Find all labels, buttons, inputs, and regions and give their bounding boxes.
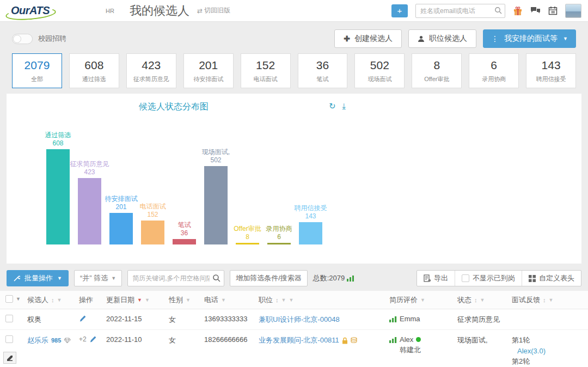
evaluator-name-2: 韩建北 bbox=[389, 345, 421, 355]
feedback-widget-button[interactable] bbox=[3, 352, 16, 364]
filter-icon[interactable]: ▼ bbox=[221, 297, 226, 303]
status-card-1[interactable]: 608通过筛选 bbox=[69, 53, 119, 88]
sort-icon[interactable]: ↕ bbox=[275, 297, 279, 303]
status-card-label: Offer审批 bbox=[424, 75, 449, 83]
candidate-name[interactable]: 权奥 bbox=[27, 315, 41, 325]
chart-bar-label-1: 征求简历意见423 bbox=[57, 160, 122, 176]
stats-icon bbox=[347, 275, 354, 282]
position-link[interactable]: 业务发展顾问-北京-00811 bbox=[259, 335, 339, 345]
status-card-value: 2079 bbox=[24, 59, 50, 72]
custom-header-button[interactable]: 自定义表头 bbox=[522, 271, 581, 286]
status-card-4[interactable]: 152电话面试 bbox=[241, 53, 291, 88]
edit-pencil-icon[interactable] bbox=[89, 335, 97, 343]
status-card-7[interactable]: 8Offer审批 bbox=[412, 53, 462, 88]
status-card-value: 143 bbox=[542, 59, 561, 72]
status-card-0[interactable]: 2079全部 bbox=[12, 53, 62, 88]
col-feedback: 面试反馈 bbox=[512, 295, 540, 305]
eval-chart-icon bbox=[389, 316, 397, 322]
total-count: 总数:2079 bbox=[313, 273, 354, 283]
status-card-value: 608 bbox=[84, 59, 103, 72]
grid-icon bbox=[529, 275, 536, 282]
status-card-value: 152 bbox=[256, 59, 275, 72]
swap-arrows-icon: ⇄ bbox=[197, 7, 203, 15]
select-all-checkbox[interactable] bbox=[5, 295, 13, 303]
keyword-search-input[interactable] bbox=[127, 270, 224, 286]
global-search-input[interactable] bbox=[415, 4, 505, 18]
filter-icon[interactable]: ▼ bbox=[281, 297, 286, 303]
calendar-icon[interactable] bbox=[548, 6, 558, 15]
download-icon[interactable]: ⤓ bbox=[342, 101, 346, 111]
status-cards-bar: 2079全部608通过筛选423征求简历意见201待安排面试152电话面试36笔… bbox=[0, 53, 588, 88]
filter-icon[interactable]: ▼ bbox=[420, 297, 425, 303]
status-card-3[interactable]: 201待安排面试 bbox=[183, 53, 234, 88]
row-checkbox[interactable] bbox=[5, 335, 13, 343]
chart-bar-6 bbox=[236, 243, 259, 244]
batch-actions-label: 批量操作 bbox=[24, 273, 53, 283]
status-card-8[interactable]: 6录用协商 bbox=[469, 53, 519, 88]
search-icon[interactable] bbox=[494, 7, 502, 14]
switch-old-version[interactable]: ⇄ 切回旧版 bbox=[197, 6, 230, 15]
toggle-knob bbox=[13, 35, 21, 43]
batch-actions-dropdown[interactable]: 批量操作 ▼ bbox=[7, 270, 69, 286]
filter-icon[interactable]: ▼ bbox=[480, 297, 485, 303]
status-card-5[interactable]: 36笔试 bbox=[298, 53, 348, 88]
quick-add-button[interactable]: + bbox=[391, 4, 408, 17]
gift-icon[interactable] bbox=[513, 6, 523, 16]
position-link[interactable]: 兼职UI设计师-北京-00048 bbox=[259, 315, 340, 325]
sort-icon[interactable]: ↕ bbox=[543, 297, 546, 303]
filter-icon[interactable]: ▼ bbox=[289, 297, 293, 303]
status-card-value: 201 bbox=[199, 59, 218, 72]
badge-985: 985 bbox=[51, 337, 61, 344]
person-icon bbox=[418, 35, 425, 42]
filter-icon[interactable]: ▼ bbox=[145, 297, 150, 303]
messages-icon[interactable] bbox=[530, 6, 541, 15]
filter-icon[interactable]: ▼ bbox=[57, 297, 62, 303]
search-icon[interactable] bbox=[212, 274, 220, 282]
sort-icon[interactable]: ↕ bbox=[51, 297, 54, 303]
chevron-down-icon: ▼ bbox=[111, 276, 116, 281]
filter-icon[interactable]: ▼ bbox=[186, 297, 191, 303]
status-card-2[interactable]: 423征求简历意见 bbox=[126, 53, 176, 88]
status-card-label: 征求简历意见 bbox=[133, 75, 169, 83]
hide-onboard-checkbox[interactable]: 不显示已到岗 bbox=[455, 271, 522, 286]
status-card-label: 待安排面试 bbox=[193, 75, 223, 83]
position-candidates-button[interactable]: 职位候选人 bbox=[408, 29, 476, 48]
chart-bar-label-8: 聘用信接受143 bbox=[278, 204, 344, 221]
user-avatar[interactable] bbox=[565, 4, 581, 18]
online-dot-icon bbox=[416, 337, 421, 342]
feedback-score-link[interactable]: Alex(3.0) bbox=[512, 347, 546, 355]
evaluator-name: Emma bbox=[400, 315, 420, 323]
chart-bar-label-5: 现场面试,502 bbox=[183, 148, 249, 164]
my-interviews-dropdown[interactable]: ⋮ 我安排的面试等 ▼ bbox=[483, 29, 576, 48]
filter-icon[interactable]: ▼ bbox=[549, 297, 554, 303]
status-card-9[interactable]: 143聘用信接受 bbox=[526, 53, 576, 88]
status-card-value: 36 bbox=[316, 59, 329, 72]
role-label: HR bbox=[106, 8, 114, 14]
logic-filter-dropdown[interactable]: “并” 筛选 ▼ bbox=[74, 270, 122, 286]
chart-bar-8 bbox=[299, 222, 322, 244]
sort-desc-icon[interactable]: ▼ bbox=[137, 297, 142, 303]
chart-title: 候选人状态分布图 bbox=[139, 101, 209, 113]
status-card-6[interactable]: 502现场面试 bbox=[354, 53, 405, 88]
campus-recruit-toggle[interactable] bbox=[12, 34, 33, 44]
table-row[interactable]: 权奥 2022-11-15 女 13693333333 兼职UI设计师-北京-0… bbox=[0, 309, 588, 330]
add-filter-button[interactable]: 增加筛选条件/搜索器 bbox=[230, 270, 308, 286]
global-search bbox=[415, 4, 505, 18]
candidate-status: 现场面试, bbox=[457, 335, 488, 345]
status-card-label: 笔试 bbox=[316, 75, 328, 83]
table-row[interactable]: 赵乐乐 985 +2 2022-11-10 女 18266666666 业务发展… bbox=[0, 330, 588, 367]
export-button[interactable]: 导出 bbox=[417, 271, 455, 286]
extra-actions-count[interactable]: +2 bbox=[79, 335, 87, 343]
chart-bar-7 bbox=[267, 243, 291, 244]
candidate-name[interactable]: 赵乐乐 bbox=[27, 335, 48, 345]
phone: 18266666666 bbox=[204, 335, 248, 344]
edit-pencil-icon[interactable] bbox=[79, 315, 87, 322]
chevron-down-icon[interactable]: ▼ bbox=[16, 296, 21, 302]
sort-icon[interactable]: ↕ bbox=[474, 297, 477, 303]
refresh-icon[interactable]: ↻ bbox=[329, 101, 336, 111]
create-candidate-button[interactable]: ✚ 创建候选人 bbox=[334, 29, 402, 48]
status-card-label: 现场面试 bbox=[367, 75, 391, 83]
filter-bar: 批量操作 ▼ “并” 筛选 ▼ 增加筛选条件/搜索器 总数:2079 导出 不显… bbox=[7, 270, 581, 286]
row-checkbox[interactable] bbox=[5, 315, 13, 322]
app-logo[interactable]: OurATS bbox=[7, 3, 54, 18]
